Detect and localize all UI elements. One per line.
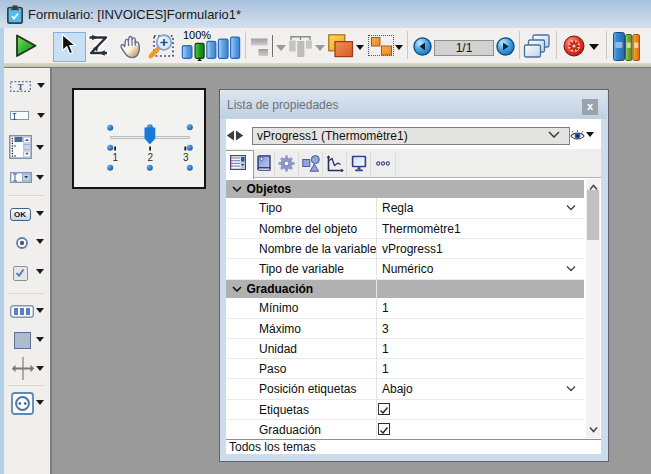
svg-text:T: T	[17, 81, 23, 91]
